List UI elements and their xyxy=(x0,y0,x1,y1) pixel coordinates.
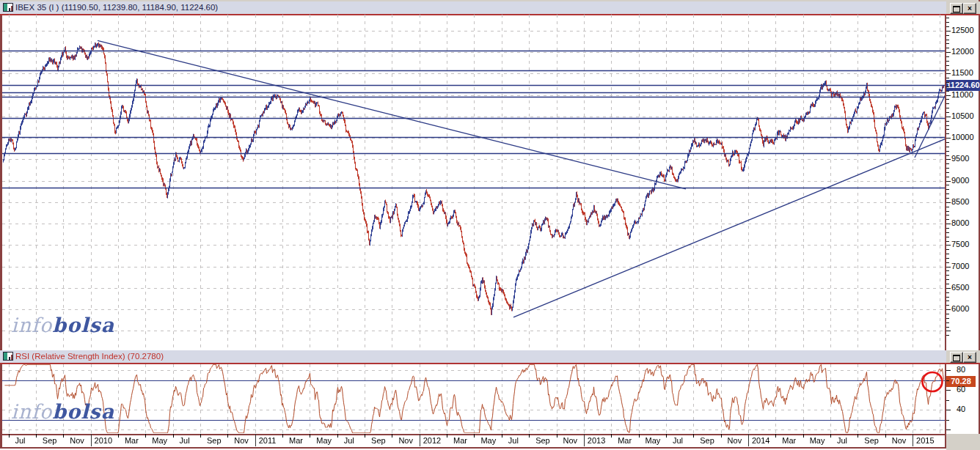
x-axis-label: Sep xyxy=(371,436,386,445)
x-axis-tick xyxy=(200,434,201,438)
price-axis-tick xyxy=(946,241,949,242)
price-axis-tick xyxy=(946,56,949,57)
price-axis-tick xyxy=(946,279,949,280)
price-axis-tick xyxy=(946,198,949,199)
price-axis-tick xyxy=(946,103,949,104)
price-axis-tick xyxy=(946,52,951,53)
close-button[interactable]: × xyxy=(963,3,976,14)
x-axis-tick xyxy=(529,434,530,438)
rsi-axis-tick xyxy=(946,420,949,421)
price-axis-tick xyxy=(946,185,949,185)
x-axis-tick xyxy=(36,434,37,438)
x-axis-label: Sep xyxy=(864,436,879,445)
price-axis-tick xyxy=(946,61,949,62)
price-chart-canvas[interactable] xyxy=(2,15,945,350)
x-axis-label: Sep xyxy=(207,436,222,445)
price-axis-tick xyxy=(946,142,949,143)
price-axis-label: 9500 xyxy=(951,154,969,163)
rsi-maximize-button[interactable] xyxy=(950,352,963,363)
price-axis-tick xyxy=(946,108,949,108)
x-axis-tick xyxy=(337,434,338,438)
x-axis-tick xyxy=(666,434,667,438)
maximize-icon xyxy=(953,6,960,12)
price-axis-tick xyxy=(946,22,949,23)
price-axis-tick xyxy=(946,189,949,190)
chart-icon xyxy=(3,352,13,361)
rsi-pane-title: RSI (Relative Strength Index) (70.2780) xyxy=(15,352,164,361)
price-axis-tick xyxy=(946,292,949,293)
x-axis-tick xyxy=(9,434,10,438)
x-axis-tick xyxy=(885,434,886,438)
price-axis-tick xyxy=(946,82,949,83)
chart-icon xyxy=(3,3,13,12)
rsi-axis-tick xyxy=(946,429,951,430)
rsi-axis-tick xyxy=(946,370,951,371)
x-axis-label: 2012 xyxy=(423,436,441,445)
rsi-chart-canvas[interactable] xyxy=(2,364,945,433)
price-axis-tick xyxy=(946,215,949,215)
rsi-axis-label: 60 xyxy=(957,385,965,394)
x-axis-tick xyxy=(420,434,420,446)
price-axis-label: 7500 xyxy=(951,240,969,248)
price-axis-tick xyxy=(946,284,949,284)
price-axis-label: 9000 xyxy=(951,176,969,185)
rsi-pane-header: RSI (Relative Strength Index) (70.2780) xyxy=(0,350,946,363)
x-axis-label: May xyxy=(152,436,167,445)
x-axis-label: Sep xyxy=(700,436,714,445)
x-axis-tick xyxy=(310,434,310,438)
price-axis-tick xyxy=(946,43,949,44)
price-axis-tick xyxy=(946,95,951,96)
x-axis-tick xyxy=(502,434,502,438)
price-axis-tick xyxy=(946,335,949,336)
price-axis-tick xyxy=(946,177,949,177)
x-axis-label: Nov xyxy=(398,436,413,445)
x-axis-tick xyxy=(91,434,92,446)
price-axis-tick xyxy=(946,318,949,319)
price-axis-tick xyxy=(946,327,949,328)
price-axis-tick xyxy=(946,168,949,169)
close-icon: × xyxy=(968,354,972,361)
price-axis-tick xyxy=(946,147,949,147)
price-axis-label: 7000 xyxy=(951,262,969,270)
price-axis-tick xyxy=(946,125,949,126)
price-axis-tick xyxy=(946,159,951,160)
rsi-axis-label: 40 xyxy=(957,405,965,413)
price-axis-tick xyxy=(946,211,949,212)
rsi-axis-tick xyxy=(946,380,949,381)
price-axis-tick xyxy=(946,181,951,182)
x-axis-label: Jul xyxy=(180,436,190,445)
x-axis-label: Nov xyxy=(728,436,742,445)
rsi-axis-tick xyxy=(946,410,951,410)
x-axis-label: Mar xyxy=(125,436,139,445)
x-axis-tick xyxy=(748,434,749,446)
close-icon: × xyxy=(968,5,972,12)
x-axis-corner xyxy=(946,434,980,450)
price-axis-tick xyxy=(946,297,949,298)
price-axis-tick xyxy=(946,314,949,314)
x-axis-tick xyxy=(474,434,475,438)
x-axis-tick xyxy=(611,434,612,438)
price-axis-tick xyxy=(946,73,951,74)
x-axis-tick xyxy=(830,434,831,438)
price-axis-tick xyxy=(946,309,951,310)
x-axis-tick xyxy=(118,434,119,438)
price-axis-label: 8000 xyxy=(951,218,969,227)
x-axis-label: Nov xyxy=(234,436,249,445)
rsi-close-button[interactable]: × xyxy=(963,352,976,363)
price-axis-tick xyxy=(946,322,949,323)
price-axis-label: 10500 xyxy=(951,111,974,120)
price-axis-tick xyxy=(946,254,949,254)
x-axis-tick xyxy=(145,434,146,438)
price-axis-tick xyxy=(946,249,949,250)
chart-window: IBEX 35 (I ) (11190.50, 11239.80, 11184.… xyxy=(0,0,980,450)
price-axis-tick xyxy=(946,112,949,113)
price-axis-tick xyxy=(946,86,949,87)
x-axis-tick xyxy=(721,434,722,438)
price-axis-label: 10000 xyxy=(951,133,974,141)
price-axis-tick xyxy=(946,91,949,92)
maximize-button[interactable] xyxy=(950,3,963,14)
price-axis-tick xyxy=(946,237,949,237)
rsi-axis-label: 80 xyxy=(957,365,965,374)
x-axis-tick xyxy=(63,434,64,438)
price-pane-title: IBEX 35 (I ) (11190.50, 11239.80, 11184.… xyxy=(15,3,218,12)
